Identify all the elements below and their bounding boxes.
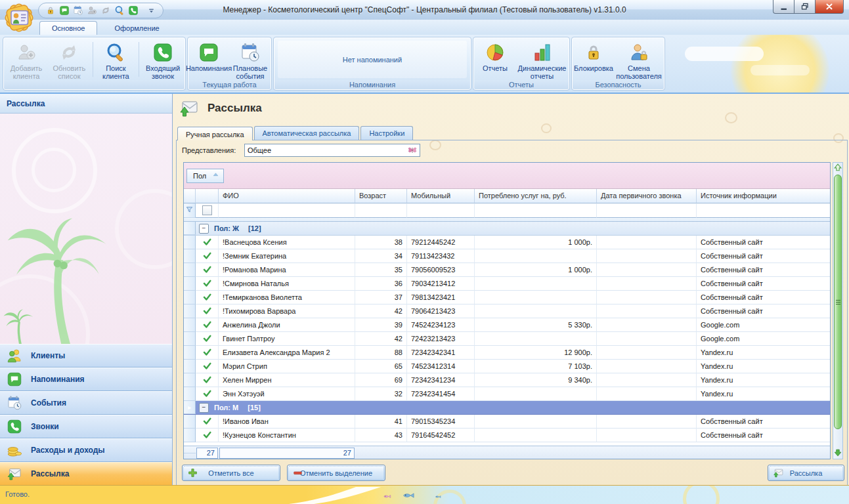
table-row[interactable]: !Темирканова Виолетта3779813423421Собств… <box>184 291 830 304</box>
butterfly-icon[interactable] <box>407 145 418 156</box>
ribbon-button-0-0[interactable]: Добавить клиента <box>5 39 48 79</box>
filter-cell-4[interactable] <box>597 203 697 218</box>
row-check-cell[interactable] <box>196 263 219 277</box>
restore-button[interactable] <box>794 0 816 14</box>
row-check-cell[interactable] <box>196 277 219 291</box>
focused-row-arrow-icon: ▸ <box>188 404 191 411</box>
minimize-button[interactable] <box>773 0 795 14</box>
collapse-group-icon[interactable]: − <box>199 224 209 234</box>
table-row[interactable]: !Романова Марина35790560095231 000р.Собс… <box>184 263 830 277</box>
scrollbar-thumb[interactable] <box>834 175 842 429</box>
group-row[interactable]: ▸−Пол: М[15] <box>184 401 830 415</box>
row-indicator-cell <box>184 291 196 304</box>
sidebar-item-label: Расходы и доходы <box>31 446 105 455</box>
row-check-cell[interactable] <box>196 415 219 429</box>
table-row[interactable]: !Иванов Иван4179015345234Собственный сай… <box>184 415 830 429</box>
select-all-label: Отметить все <box>208 469 253 477</box>
sidebar-item-calls[interactable]: Звонки <box>0 415 172 438</box>
chat-icon[interactable] <box>59 5 70 16</box>
cell-first_call <box>597 332 697 346</box>
close-button[interactable] <box>815 0 844 14</box>
filter-cell-1[interactable] <box>355 203 407 218</box>
row-indicator-cell <box>184 373 196 387</box>
ribbon-tab-1[interactable]: Оформление <box>102 22 171 35</box>
row-check-cell[interactable] <box>196 291 219 304</box>
filter-cell-0[interactable] <box>219 203 355 218</box>
row-indicator-cell <box>184 304 196 318</box>
tab-auto[interactable]: Автоматическая рассылка <box>254 126 360 140</box>
select-all-button[interactable]: Отметить все <box>182 465 280 481</box>
sidebar-item-mailing[interactable]: Рассылка <box>0 462 172 486</box>
views-combobox[interactable]: Общее <box>244 144 420 157</box>
sidebar-item-clients[interactable]: Клиенты <box>0 344 172 368</box>
check-icon <box>203 293 211 303</box>
row-check-cell[interactable] <box>196 304 219 318</box>
filter-checkbox[interactable] <box>202 205 212 215</box>
sidebar-item-events[interactable]: События <box>0 391 172 415</box>
sidebar-item-finances[interactable]: Расходы и доходы <box>0 438 172 462</box>
group-by-field-pol[interactable]: Пол <box>186 169 224 183</box>
row-check-cell[interactable] <box>196 332 219 346</box>
ribbon-group-caption <box>4 80 185 89</box>
row-check-cell[interactable] <box>196 360 219 373</box>
column-header-0[interactable]: ФИО <box>219 189 355 203</box>
row-check-cell[interactable] <box>196 346 219 360</box>
row-check-cell[interactable] <box>196 249 219 263</box>
table-row[interactable]: !Тихомирова Варвара4279064213423Собствен… <box>184 304 830 318</box>
group-by-panel[interactable]: Пол <box>184 163 830 189</box>
filter-cell-3[interactable] <box>475 203 597 218</box>
column-header-5[interactable]: Источник информации <box>697 189 831 203</box>
table-row[interactable]: Энн Хэтэуэй3272342341454Yandex.ru <box>184 387 830 401</box>
check-icon <box>203 430 211 440</box>
collapse-group-icon[interactable]: − <box>199 403 209 413</box>
header-check-cell[interactable] <box>196 189 219 203</box>
row-check-cell[interactable] <box>196 429 219 442</box>
row-check-cell[interactable] <box>196 373 219 387</box>
filter-icon <box>186 206 193 215</box>
filter-cell-5[interactable] <box>697 203 831 218</box>
ribbon-button-4-1[interactable]: Смена пользователя <box>615 39 663 79</box>
views-value: Общее <box>245 146 407 154</box>
column-header-4[interactable]: Дата первичного звонка <box>597 189 697 203</box>
vertical-scrollbar[interactable] <box>833 162 843 459</box>
table-row[interactable]: !Васнецова Ксения38792124452421 000р.Соб… <box>184 236 830 249</box>
ribbon-button-0-2[interactable]: Поиск клиента <box>95 39 136 79</box>
ribbon-button-1-0[interactable]: Напоминания <box>188 39 229 79</box>
table-row[interactable]: !Смирнова Наталья3679034213412Собственны… <box>184 277 830 291</box>
filter-cell-2[interactable] <box>407 203 475 218</box>
ribbon-button-0-1[interactable]: Обновить список <box>49 39 90 79</box>
column-header-1[interactable]: Возраст <box>355 189 407 203</box>
ribbon-group-caption: Отчеты <box>474 80 569 89</box>
table-row[interactable]: !Земник Екатерина3479113423432Собственны… <box>184 249 830 263</box>
table-row[interactable]: Гвинет Пэлтроу4272423213423Google.com <box>184 332 830 346</box>
table-row[interactable]: Елизавета Александра Мария 2887234234234… <box>184 346 830 360</box>
tab-settings[interactable]: Настройки <box>360 126 413 140</box>
tab-manual[interactable]: Ручная рассылка <box>177 127 253 140</box>
ribbon-button-3-1[interactable]: Динамические отчеты <box>516 39 568 79</box>
send-mailing-button[interactable]: Рассылка <box>768 465 844 481</box>
clear-selection-button[interactable]: Отменить выделение <box>287 465 385 481</box>
sidebar-item-reminders[interactable]: Напоминания <box>0 368 172 391</box>
scroll-down-arrow-icon[interactable] <box>833 448 842 459</box>
ribbon-button-3-0[interactable]: Отчеты <box>475 39 515 79</box>
ribbon-button-4-0[interactable]: Блокировка <box>573 39 614 79</box>
ribbon-tab-0[interactable]: Основное <box>39 21 97 35</box>
row-check-cell[interactable] <box>196 236 219 249</box>
group-row[interactable]: −Пол: Ж[12] <box>184 222 830 236</box>
table-row[interactable]: Хелен Миррен69723423412349 340р.Yandex.r… <box>184 373 830 387</box>
ribbon-tabs: ОсновноеОформление <box>39 21 171 35</box>
filter-check-cell[interactable] <box>196 203 219 218</box>
scroll-up-arrow-icon[interactable] <box>833 163 842 173</box>
ribbon-button-1-1[interactable]: Плановые события <box>230 39 271 79</box>
row-check-cell[interactable] <box>196 387 219 401</box>
title-bar[interactable]: Менеджер - Косметологический центр "Спец… <box>0 0 849 20</box>
ribbon-button-0-3[interactable]: Входящий звонок <box>142 39 184 79</box>
table-row[interactable]: Анжелина Джоли39745242341235 330р.Google… <box>184 318 830 332</box>
lock-icon[interactable] <box>45 5 56 16</box>
application-menu-button[interactable] <box>3 2 35 33</box>
table-row[interactable]: Мэрил Стрип65745234123147 103р.Yandex.ru <box>184 360 830 373</box>
row-check-cell[interactable] <box>196 318 219 332</box>
column-header-3[interactable]: Потреблено услуг на, руб. <box>475 189 597 203</box>
column-header-2[interactable]: Мобильный <box>407 189 475 203</box>
table-row[interactable]: !Кузнецов Константин4379164542452Собстве… <box>184 429 830 442</box>
